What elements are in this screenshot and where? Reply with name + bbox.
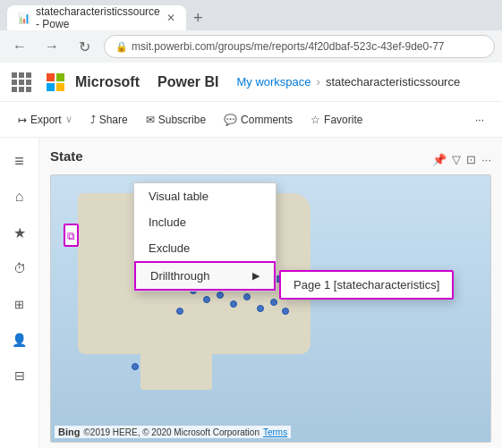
visual-header: State 📌 ▽ ⊡ ··· [50, 148, 491, 171]
microsoft-label: Microsoft [75, 74, 140, 90]
sidebar-shared-button[interactable]: 👤 [4, 324, 36, 356]
back-button[interactable]: ← [7, 34, 32, 59]
subscribe-button[interactable]: ✉ Subscribe [139, 110, 213, 130]
visual-more-button[interactable]: ··· [481, 153, 491, 166]
toolbar: ↦ Export ∨ ⤴ Share ✉ Subscribe 💬 Comment… [0, 102, 502, 138]
export-icon: ↦ [18, 114, 27, 126]
workspace-link[interactable]: My workspace [236, 75, 311, 89]
tab-close-button[interactable]: ✕ [166, 12, 175, 24]
active-tab[interactable]: 📊 statecharacteristicssource - Powe ✕ [7, 5, 186, 30]
comments-icon: 💬 [224, 114, 237, 126]
focus-icon[interactable]: ⊡ [466, 153, 476, 166]
powerbi-label: Power BI [157, 74, 218, 90]
left-sidebar: ≡ ⌂ ★ ⏱ ⊞ 👤 ⊟ [0, 138, 39, 448]
bing-logo: Bing [58, 427, 80, 437]
lock-icon: 🔒 [115, 41, 128, 53]
tab-favicon: 📊 [18, 13, 30, 24]
context-menu-exclude[interactable]: Exclude [134, 235, 276, 261]
context-menu-drillthrough[interactable]: Drillthrough ▶ [134, 261, 276, 291]
map-dot [203, 296, 210, 303]
pin-icon[interactable]: 📌 [432, 153, 447, 166]
map-dot [217, 292, 224, 299]
tab-title: statecharacteristicssource - Powe [36, 5, 161, 30]
waffle-menu-button[interactable] [7, 68, 36, 97]
map-dot [132, 363, 139, 370]
more-options-button[interactable]: ··· [468, 110, 491, 130]
breadcrumb: My workspace › statecharacteristicssourc… [236, 75, 460, 89]
main-area: ≡ ⌂ ★ ⏱ ⊞ 👤 ⊟ State 📌 ▽ ⊡ ··· R [0, 138, 502, 448]
waffle-icon [12, 72, 31, 92]
star-icon: ☆ [311, 114, 320, 126]
copy-icon-box: ⧉ [64, 224, 79, 247]
sidebar-favorites-button[interactable]: ★ [4, 216, 36, 249]
terms-link[interactable]: Terms [263, 427, 287, 437]
share-icon: ⤴ [90, 114, 96, 126]
filter-icon[interactable]: ▽ [452, 153, 461, 166]
visual-toolbar: 📌 ▽ ⊡ ··· [432, 153, 491, 166]
comments-button[interactable]: 💬 Comments [217, 110, 300, 130]
new-tab-button[interactable]: + [186, 9, 210, 28]
map-dot [257, 305, 264, 312]
map-dot [176, 308, 183, 315]
report-content: State 📌 ▽ ⊡ ··· RTH AMERICA [39, 138, 502, 448]
submenu-arrow-icon: ▶ [252, 270, 260, 282]
bing-copyright: ©2019 HERE, © 2020 Microsoft Corporation [83, 427, 260, 437]
sidebar-apps-button[interactable]: ⊞ [4, 288, 36, 320]
report-name: statecharacteristicssource [326, 75, 460, 89]
context-menu: Visual table Include Exclude Drillthroug… [133, 182, 277, 292]
microsoft-logo [47, 73, 64, 91]
sidebar-recent-button[interactable]: ⏱ [4, 252, 36, 284]
app-header: Microsoft Power BI My workspace › statec… [0, 63, 502, 102]
url-text: msit.powerbi.com/groups/me/reports/4f20d… [132, 40, 445, 53]
map-dot [230, 300, 237, 308]
subscribe-icon: ✉ [146, 114, 155, 126]
drillthrough-page1[interactable]: Page 1 [statecharacteristics] [281, 272, 452, 298]
export-button[interactable]: ↦ Export ∨ [11, 110, 80, 130]
bing-footer: Bing ©2019 HERE, © 2020 Microsoft Corpor… [55, 426, 291, 438]
forward-button[interactable]: → [39, 34, 64, 59]
sidebar-workspaces-button[interactable]: ⊟ [4, 359, 36, 392]
context-menu-include[interactable]: Include [134, 209, 276, 235]
map-dot [243, 293, 251, 300]
page-title: State [50, 148, 83, 164]
share-button[interactable]: ⤴ Share [83, 110, 135, 130]
context-menu-visual-table[interactable]: Visual table [134, 183, 276, 209]
breadcrumb-separator: › [317, 75, 320, 89]
copy-icon: ⧉ [67, 230, 75, 242]
browser-chrome: 📊 statecharacteristicssource - Powe ✕ + … [0, 0, 502, 63]
map-dot [270, 299, 277, 306]
refresh-button[interactable]: ↻ [72, 34, 97, 59]
export-chevron: ∨ [65, 114, 72, 125]
drillthrough-submenu: Page 1 [statecharacteristics] [279, 270, 454, 300]
map-dot [282, 308, 289, 315]
tab-bar: 📊 statecharacteristicssource - Powe ✕ + [0, 0, 502, 30]
address-bar: ← → ↻ 🔒 msit.powerbi.com/groups/me/repor… [0, 30, 502, 63]
sidebar-home-button[interactable]: ⌂ [4, 181, 36, 213]
url-field[interactable]: 🔒 msit.powerbi.com/groups/me/reports/4f2… [104, 35, 495, 58]
sidebar-menu-button[interactable]: ≡ [4, 145, 36, 177]
favorite-button[interactable]: ☆ Favorite [303, 110, 370, 130]
